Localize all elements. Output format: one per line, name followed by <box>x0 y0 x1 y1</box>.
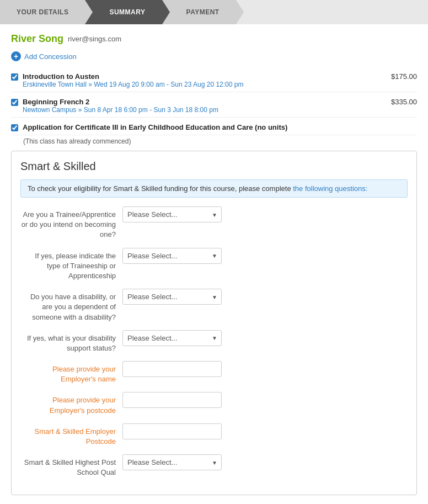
info-banner: To check your eligibility for Smart & Sk… <box>20 179 408 198</box>
select-highest-qual[interactable]: Please Select... <box>122 454 222 470</box>
input-employer-name[interactable] <box>122 361 222 377</box>
course-details-1: Erskineville Town Hall » Wed 19 Aug 20 9… <box>23 81 386 88</box>
control-disability-support: Please Select... ▼ <box>122 330 408 346</box>
select-traineeship-type[interactable]: Please Select... <box>122 248 222 264</box>
smart-skilled-title: Smart & Skilled <box>20 160 408 173</box>
control-highest-qual: Please Select... ▼ <box>122 454 408 470</box>
label-disability: Do you have a disability, or are you a d… <box>20 289 122 322</box>
form-row-disability-support: If yes, what is your disability support … <box>20 330 408 353</box>
label-traineeship-type: If yes, please indicate the type of Trai… <box>20 248 122 282</box>
step-summary[interactable]: SUMMARY <box>85 0 162 24</box>
step-payment[interactable]: PAYMENT <box>162 0 236 24</box>
form-row-highest-qual: Smart & Skilled Highest Post School Qual… <box>20 454 408 478</box>
label-trainee: Are you a Trainee/Apprentice or do you i… <box>20 206 122 240</box>
select-wrapper-disability-support: Please Select... ▼ <box>122 330 222 346</box>
course-price-1: $175.00 <box>386 72 417 81</box>
add-concession-button[interactable]: + Add Concession <box>11 51 417 61</box>
select-wrapper-traineeship-type: Please Select... ▼ <box>122 248 222 264</box>
course-details-2: Newtown Campus » Sun 8 Apr 18 6:00 pm - … <box>23 106 386 114</box>
label-ss-employer-postcode: Smart & Skilled Employer Postcode <box>20 423 122 447</box>
form-row-employer-name: Please provide your Employer's name <box>20 361 408 384</box>
control-employer-name <box>122 361 408 377</box>
user-info: River Song river@sings.com <box>11 33 417 45</box>
course-item-2: Beginning French 2 Newtown Campus » Sun … <box>11 94 417 118</box>
add-concession-label: Add Concession <box>24 52 77 61</box>
user-email: river@sings.com <box>68 35 121 43</box>
form-row-traineeship-type: If yes, please indicate the type of Trai… <box>20 248 408 282</box>
label-employer-postcode: Please provide your Employer's postcode <box>20 392 122 415</box>
form-row-trainee: Are you a Trainee/Apprentice or do you i… <box>20 206 408 240</box>
course-title-1: Introduction to Austen <box>23 72 386 81</box>
info-banner-text: To check your eligibility for Smart & Sk… <box>28 184 367 193</box>
control-ss-employer-postcode <box>122 423 408 439</box>
select-disability[interactable]: Please Select... <box>122 289 222 305</box>
course-checkbox-3[interactable] <box>11 124 18 131</box>
form-row-employer-postcode: Please provide your Employer's postcode <box>20 392 408 415</box>
select-disability-support[interactable]: Please Select... <box>122 330 222 346</box>
plus-icon: + <box>11 51 21 61</box>
course-price-2: $335.00 <box>386 98 417 106</box>
user-name: River Song <box>11 33 63 45</box>
control-disability: Please Select... ▼ <box>122 289 408 305</box>
input-employer-postcode[interactable] <box>122 392 222 408</box>
label-disability-support: If yes, what is your disability support … <box>20 330 122 353</box>
course-checkbox-2[interactable] <box>11 99 18 106</box>
label-highest-qual: Smart & Skilled Highest Post School Qual <box>20 454 122 478</box>
label-employer-name: Please provide your Employer's name <box>20 361 122 384</box>
course-item-3: Application for Certificate III in Early… <box>11 120 417 135</box>
form-row-disability: Do you have a disability, or are you a d… <box>20 289 408 322</box>
step-your-details[interactable]: YOUR DETAILS <box>0 0 85 24</box>
course-title-3: Application for Certificate III in Early… <box>23 123 417 131</box>
course-checkbox-1[interactable] <box>11 73 18 81</box>
control-traineeship-type: Please Select... ▼ <box>122 248 408 264</box>
info-banner-link[interactable]: the following questions: <box>293 184 367 193</box>
control-employer-postcode <box>122 392 408 408</box>
select-wrapper-highest-qual: Please Select... ▼ <box>122 454 222 470</box>
input-ss-employer-postcode[interactable] <box>122 423 222 439</box>
form-row-ss-employer-postcode: Smart & Skilled Employer Postcode <box>20 423 408 447</box>
select-wrapper-disability: Please Select... ▼ <box>122 289 222 305</box>
course-note-3: (This class has already commenced) <box>23 137 417 145</box>
course-item-1: Introduction to Austen Erskineville Town… <box>11 69 417 92</box>
control-trainee: Please Select... ▼ <box>122 206 408 222</box>
select-trainee[interactable]: Please Select... <box>122 206 222 222</box>
progress-bar: YOUR DETAILS SUMMARY PAYMENT <box>0 0 428 24</box>
course-title-2: Beginning French 2 <box>23 98 386 106</box>
main-content: River Song river@sings.com + Add Concess… <box>0 24 428 504</box>
smart-skilled-section: Smart & Skilled To check your eligibilit… <box>11 151 417 495</box>
select-wrapper-trainee: Please Select... ▼ <box>122 206 222 222</box>
